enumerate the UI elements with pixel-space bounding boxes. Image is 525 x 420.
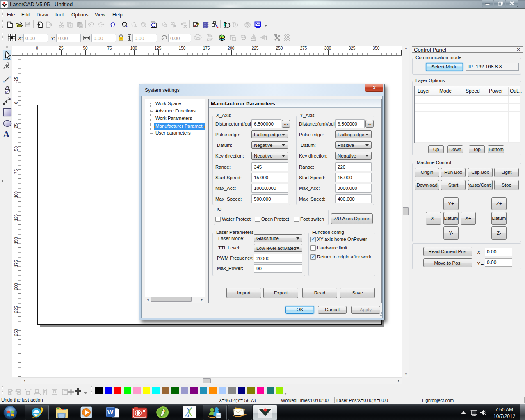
svg-text:W: W (107, 409, 114, 415)
